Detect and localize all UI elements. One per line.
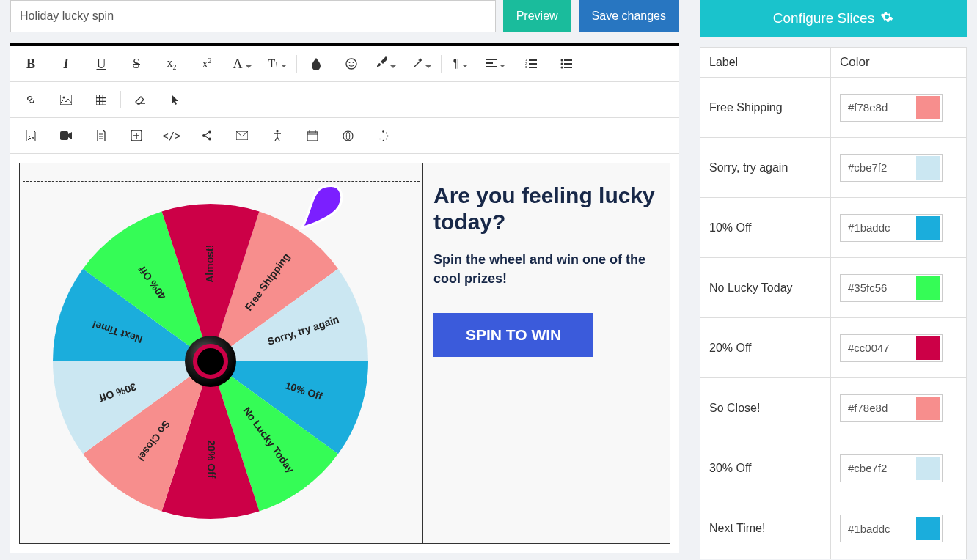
color-swatch[interactable]: [916, 517, 940, 540]
color-hex-input[interactable]: [841, 275, 914, 301]
subheadline-text[interactable]: Spin the wheel and win one of the cool p…: [433, 250, 659, 288]
label-column-header: Label: [700, 48, 831, 77]
color-hex-input[interactable]: [841, 155, 914, 181]
slice-label[interactable]: 30% Off: [700, 438, 831, 498]
italic-icon[interactable]: I: [48, 49, 84, 78]
subscript-icon[interactable]: x2: [154, 49, 189, 78]
file-icon[interactable]: [84, 121, 119, 150]
svg-point-15: [202, 134, 205, 137]
spin-to-win-button[interactable]: SPIN TO WIN: [433, 313, 593, 357]
color-picker[interactable]: [840, 394, 943, 422]
color-hex-input[interactable]: [841, 215, 914, 241]
color-picker[interactable]: [840, 274, 943, 302]
campaign-title-input[interactable]: [10, 0, 496, 32]
color-picker[interactable]: [840, 154, 943, 182]
color-picker[interactable]: [840, 214, 943, 242]
color-hex-input[interactable]: [841, 455, 914, 482]
color-hex-input[interactable]: [841, 95, 914, 121]
svg-point-21: [382, 130, 384, 133]
calendar-icon[interactable]: [295, 121, 330, 150]
svg-rect-12: [60, 131, 68, 140]
toolbar-row-2: [10, 82, 679, 118]
svg-text:3: 3: [525, 65, 527, 69]
align-icon[interactable]: [478, 49, 513, 78]
list-ul-icon[interactable]: [549, 49, 584, 78]
slices-table-header: Label Color: [700, 48, 966, 78]
font-family-icon[interactable]: A: [224, 49, 260, 78]
tint-icon[interactable]: [299, 49, 334, 78]
slice-label[interactable]: Free Shipping: [700, 78, 831, 137]
file-image-icon[interactable]: [13, 121, 48, 150]
configure-slices-header[interactable]: Configure Slices: [700, 0, 967, 37]
underline-icon[interactable]: U: [84, 49, 119, 78]
color-swatch[interactable]: [916, 457, 940, 480]
image-icon[interactable]: [48, 85, 84, 114]
color-swatch[interactable]: [916, 397, 940, 420]
eraser-icon[interactable]: [122, 85, 158, 114]
list-ol-icon[interactable]: 123: [513, 49, 549, 78]
wheel-pointer-icon: [297, 183, 345, 231]
slice-color-cell: [831, 438, 966, 498]
slices-table: Label Color Free ShippingSorry, try agai…: [700, 47, 967, 559]
color-hex-input[interactable]: [841, 395, 914, 421]
globe-icon[interactable]: [330, 121, 365, 150]
font-size-icon[interactable]: T!: [260, 49, 295, 78]
envelope-icon[interactable]: [224, 121, 260, 150]
slice-row: Next Time!: [700, 498, 966, 559]
color-swatch[interactable]: [916, 276, 940, 300]
color-swatch[interactable]: [916, 96, 940, 119]
slice-label[interactable]: No Lucky Today: [700, 258, 831, 317]
slice-label[interactable]: 10% Off: [700, 198, 831, 257]
color-picker[interactable]: [840, 454, 943, 482]
editor-column: Preview Save changes BIUSx2x2AT!¶123 </>…: [0, 0, 689, 560]
color-picker[interactable]: [840, 515, 943, 542]
color-swatch[interactable]: [916, 216, 940, 240]
slice-label[interactable]: Next Time!: [700, 498, 831, 559]
color-swatch[interactable]: [916, 156, 940, 180]
color-picker[interactable]: [840, 94, 943, 122]
editor-canvas[interactable]: Free ShippingSorry, try again10% OffNo L…: [10, 154, 679, 553]
link-icon[interactable]: [13, 85, 48, 114]
smile-icon[interactable]: [334, 49, 369, 78]
config-column: Configure Slices Label Color Free Shippi…: [689, 0, 977, 560]
svg-point-2: [353, 62, 354, 63]
paragraph-icon[interactable]: ¶: [443, 49, 478, 78]
color-picker[interactable]: [840, 334, 943, 362]
svg-point-14: [208, 131, 211, 134]
slice-label[interactable]: So Close!: [700, 378, 831, 438]
table-icon[interactable]: [84, 85, 119, 114]
svg-point-1: [349, 62, 351, 63]
plus-square-icon[interactable]: [119, 121, 154, 150]
slice-label[interactable]: Sorry, try again: [700, 138, 831, 197]
color-hex-input[interactable]: [841, 335, 914, 361]
brush-icon[interactable]: [369, 49, 404, 78]
color-swatch[interactable]: [916, 336, 940, 360]
campaign-preview-frame: Free ShippingSorry, try again10% OffNo L…: [19, 163, 670, 544]
bold-icon[interactable]: B: [13, 49, 48, 78]
save-changes-button[interactable]: Save changes: [579, 0, 679, 32]
svg-point-8: [561, 67, 563, 69]
svg-point-6: [561, 59, 563, 62]
accessibility-icon[interactable]: [260, 121, 295, 150]
code-icon[interactable]: </>: [154, 121, 189, 150]
svg-point-28: [379, 133, 380, 133]
configure-slices-label: Configure Slices: [773, 10, 874, 26]
preview-button[interactable]: Preview: [503, 0, 571, 32]
toolbar-row-3: </>: [10, 118, 679, 154]
share-icon[interactable]: [189, 121, 224, 150]
cursor-icon[interactable]: [158, 85, 193, 114]
superscript-icon[interactable]: x2: [189, 49, 224, 78]
slice-color-cell: [831, 198, 966, 257]
svg-rect-9: [60, 95, 72, 105]
headline-text[interactable]: Are you feeling lucky today?: [433, 183, 659, 235]
color-hex-input[interactable]: [841, 515, 914, 542]
slice-label[interactable]: 20% Off: [700, 318, 831, 377]
svg-point-25: [382, 139, 384, 141]
slice-color-cell: [831, 138, 966, 197]
strikethrough-icon[interactable]: S: [119, 49, 154, 78]
svg-point-7: [561, 63, 563, 65]
slice-row: Free Shipping: [700, 78, 966, 138]
video-icon[interactable]: [48, 121, 84, 150]
spinner-icon[interactable]: [365, 121, 400, 150]
magic-icon[interactable]: [404, 49, 439, 78]
